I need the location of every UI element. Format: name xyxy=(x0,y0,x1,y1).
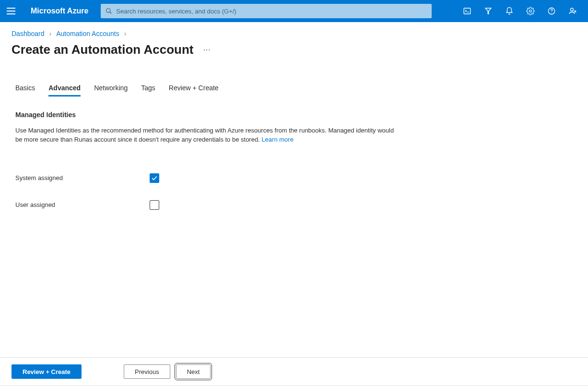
svg-point-5 xyxy=(529,10,532,12)
svg-marker-4 xyxy=(485,8,491,14)
tab-tags[interactable]: Tags xyxy=(141,84,155,96)
page-content: Dashboard › Automation Accounts › Create… xyxy=(0,22,588,218)
svg-rect-2 xyxy=(464,8,470,14)
help-icon[interactable] xyxy=(541,0,562,22)
breadcrumb: Dashboard › Automation Accounts › xyxy=(12,30,576,37)
directory-filter-icon[interactable] xyxy=(478,0,499,22)
chevron-right-icon: › xyxy=(124,30,127,37)
tab-review-create[interactable]: Review + Create xyxy=(169,84,219,96)
user-assigned-row: User assigned xyxy=(15,192,576,218)
identity-options: System assigned User assigned xyxy=(12,165,576,218)
svg-point-7 xyxy=(551,12,552,13)
cloud-shell-icon[interactable] xyxy=(457,0,478,22)
tab-networking[interactable]: Networking xyxy=(94,84,128,96)
managed-identities-section: Managed Identities Use Managed Identitie… xyxy=(12,111,395,145)
user-assigned-checkbox[interactable] xyxy=(150,200,159,210)
global-search[interactable] xyxy=(101,4,432,18)
breadcrumb-link-automation-accounts[interactable]: Automation Accounts xyxy=(56,30,119,37)
section-body-text: Use Managed Identities as the recommende… xyxy=(15,127,394,143)
system-assigned-checkbox[interactable] xyxy=(150,173,159,183)
next-button[interactable]: Next xyxy=(176,364,211,379)
search-input[interactable] xyxy=(116,8,427,15)
section-heading: Managed Identities xyxy=(15,111,395,119)
top-bar: Microsoft Azure xyxy=(0,0,588,22)
brand-label: Microsoft Azure xyxy=(31,7,88,15)
system-assigned-label: System assigned xyxy=(15,174,150,181)
user-assigned-label: User assigned xyxy=(15,201,150,208)
system-assigned-row: System assigned xyxy=(15,165,576,192)
page-title: Create an Automation Account xyxy=(12,42,193,57)
svg-line-1 xyxy=(110,12,112,14)
feedback-icon[interactable] xyxy=(562,0,583,22)
wizard-footer: Review + Create Previous Next xyxy=(0,357,588,386)
previous-button[interactable]: Previous xyxy=(124,364,170,379)
settings-icon[interactable] xyxy=(520,0,541,22)
section-body: Use Managed Identities as the recommende… xyxy=(15,126,395,145)
review-create-button[interactable]: Review + Create xyxy=(12,364,82,379)
learn-more-link[interactable]: Learn more xyxy=(261,136,293,143)
tab-basics[interactable]: Basics xyxy=(15,84,35,96)
chevron-right-icon: › xyxy=(49,30,52,37)
hamburger-icon[interactable] xyxy=(7,5,18,17)
svg-point-0 xyxy=(106,9,110,12)
top-icon-group xyxy=(457,0,583,22)
tab-advanced[interactable]: Advanced xyxy=(48,84,81,96)
svg-point-8 xyxy=(571,8,574,11)
search-icon xyxy=(106,8,112,14)
breadcrumb-link-dashboard[interactable]: Dashboard xyxy=(12,30,45,37)
notifications-icon[interactable] xyxy=(499,0,520,22)
tab-bar: Basics Advanced Networking Tags Review +… xyxy=(12,84,576,96)
more-actions-icon[interactable]: ⋯ xyxy=(201,43,213,56)
